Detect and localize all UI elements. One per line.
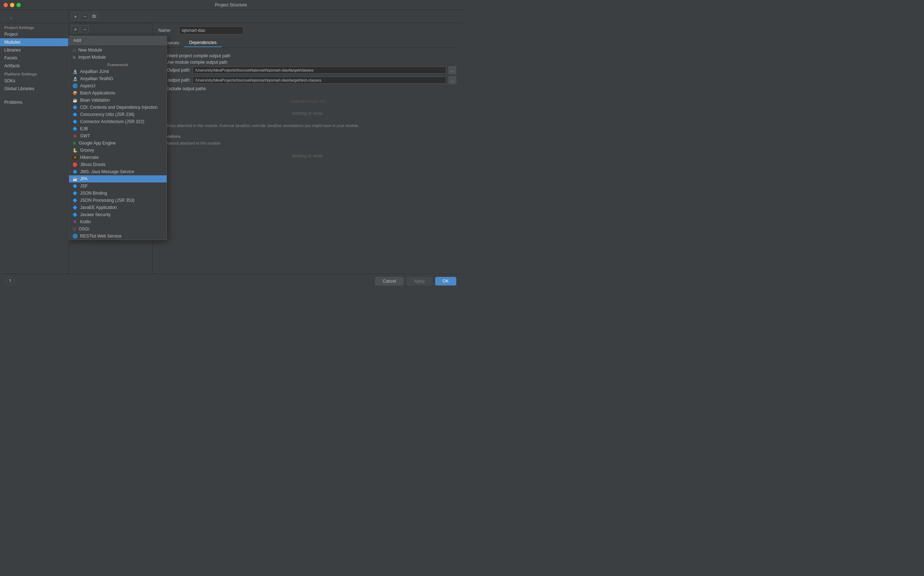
json-processing-icon: 🔷 bbox=[73, 198, 78, 203]
dropdown-item-jms[interactable]: 🔷 JMS: Java Message Service bbox=[69, 168, 167, 175]
sidebar-nav: ‹ › bbox=[0, 13, 68, 23]
hibernate-icon: H bbox=[73, 156, 78, 160]
remove-button[interactable]: − bbox=[81, 13, 89, 21]
sidebar-item-sdks[interactable]: SDKs bbox=[0, 77, 68, 85]
dropdown-item-connector[interactable]: 🔷 Connector Architecture (JSR 322) bbox=[69, 118, 167, 125]
new-module-icon: ◻ bbox=[73, 48, 76, 53]
dropdown-item-jboss-drools[interactable]: 🔴 JBoss Drools bbox=[69, 161, 167, 168]
javaee-icon: 🔷 bbox=[73, 205, 78, 210]
close-button[interactable] bbox=[3, 3, 8, 7]
sidebar-item-global-libraries[interactable]: Global Libraries bbox=[0, 85, 68, 93]
nothing-show-1: Nothing to show bbox=[158, 111, 456, 116]
dropdown-item-javaee[interactable]: 🔷 JavaEE Application bbox=[69, 204, 167, 211]
ejb-icon: 🔷 bbox=[73, 126, 78, 131]
jsf-icon: 🔷 bbox=[73, 184, 78, 189]
sidebar-item-facets[interactable]: Facets bbox=[0, 54, 68, 62]
dropdown-item-hibernate[interactable]: H Hibernate bbox=[69, 154, 167, 161]
maximize-button[interactable] bbox=[16, 3, 21, 7]
dropdown-import-module[interactable]: ⊞ Import Module bbox=[69, 54, 167, 61]
sidebar-item-modules[interactable]: Modules bbox=[0, 38, 68, 46]
window-title: Project Structure bbox=[215, 3, 247, 8]
ok-button[interactable]: OK bbox=[435, 277, 456, 285]
dropdown-item-jsf[interactable]: 🔷 JSF bbox=[69, 182, 167, 190]
dropdown-item-javaee-security[interactable]: 🔷 Javaee Security bbox=[69, 211, 167, 218]
tab-dependencies[interactable]: Dependencies bbox=[184, 38, 222, 47]
dropdown-item-aspectj[interactable]: AspectJ bbox=[69, 82, 167, 90]
dropdown-item-arquillian-junit[interactable]: 🔬 Arquillian JUnit bbox=[69, 68, 167, 75]
split-pane: + − Name: Sources Dependencies bbox=[69, 23, 462, 274]
jboss-drools-icon: 🔴 bbox=[73, 162, 78, 167]
dropdown-item-batch[interactable]: 📦 Batch Applications bbox=[69, 90, 167, 97]
sidebar-item-problems[interactable]: Problems bbox=[0, 98, 68, 106]
minimize-button[interactable] bbox=[10, 3, 14, 7]
exclude-checkbox-row: Exclude output paths bbox=[158, 86, 456, 91]
dropdown-framework-label: Framework bbox=[69, 62, 167, 68]
copy-button[interactable]: ⧉ bbox=[90, 13, 98, 21]
sidebar-item-libraries[interactable]: Libraries bbox=[0, 46, 68, 54]
help-button[interactable]: ? bbox=[6, 277, 14, 285]
javaee-security-icon: 🔷 bbox=[73, 213, 78, 217]
right-pane: Name: Sources Dependencies Inherit proje… bbox=[153, 23, 462, 274]
annotations-label: annotations bbox=[158, 134, 456, 138]
dropdown-item-bean-validation[interactable]: ☕ Bean Validation bbox=[69, 97, 167, 104]
dropdown-header: Add bbox=[69, 36, 167, 45]
output-path-row: Output path: … bbox=[158, 66, 456, 74]
connector-icon: 🔷 bbox=[73, 120, 78, 124]
dropdown-item-google-app-engine[interactable]: ⚙ Google App Engine bbox=[69, 139, 167, 147]
kotlin-icon: K bbox=[73, 220, 78, 224]
javadoc-section: JavaDocs attached to this module. Extern… bbox=[158, 123, 456, 128]
dropdown-new-module[interactable]: ◻ New Module bbox=[69, 46, 167, 54]
output-path-browse[interactable]: … bbox=[448, 66, 456, 74]
bean-validation-icon: ☕ bbox=[73, 98, 78, 103]
dropdown-framework-list: 🔬 Arquillian JUnit 🔬 Arquillian TestNG A… bbox=[69, 68, 167, 240]
test-output-path-browse[interactable]: … bbox=[448, 76, 456, 84]
dropdown-item-kotlin[interactable]: K Kotlin bbox=[69, 218, 167, 226]
dropdown-item-gwt[interactable]: G GWT bbox=[69, 132, 167, 139]
dropdown-item-json-processing[interactable]: 🔷 JSON Processing (JSR 353) bbox=[69, 197, 167, 204]
import-module-icon: ⊞ bbox=[73, 55, 76, 60]
groovy-icon: 🐍 bbox=[73, 148, 78, 153]
dropdown-item-restful[interactable]: RESTful Web Service bbox=[69, 232, 167, 240]
sidebar: ‹ › Project Settings Project Modules Lib… bbox=[0, 10, 69, 274]
dropdown-item-groovy[interactable]: 🐍 Groovy bbox=[69, 147, 167, 154]
cdi-icon: 🔷 bbox=[73, 105, 78, 110]
javadoc-text: JavaDocs attached to this module. Extern… bbox=[158, 123, 456, 128]
apply-button[interactable]: Apply bbox=[407, 277, 432, 285]
radio-module: Use module compile output path bbox=[158, 60, 456, 65]
bottom-bar: ? Cancel Apply OK bbox=[0, 274, 462, 288]
dropdown-module-section: ◻ New Module ⊞ Import Module bbox=[69, 45, 167, 62]
watermark: www.toocruel.net bbox=[158, 98, 456, 104]
forward-button[interactable]: › bbox=[9, 14, 14, 21]
left-pane-add-button[interactable]: + bbox=[72, 26, 80, 33]
dropdown-item-arquillian-testng[interactable]: 🔬 Arquillian TestNG bbox=[69, 75, 167, 82]
window: Project Structure ‹ › Project Settings P… bbox=[0, 0, 462, 288]
sidebar-item-project[interactable]: Project bbox=[0, 30, 68, 38]
jpa-icon: ☕ bbox=[73, 177, 78, 181]
dropdown-item-json-binding[interactable]: 🔷 JSON Binding bbox=[69, 190, 167, 197]
left-pane-remove-button[interactable]: − bbox=[81, 26, 89, 33]
test-output-path-input[interactable] bbox=[193, 77, 446, 84]
content-area: + − ⧉ + − bbox=[69, 10, 462, 274]
dropdown-item-cdi[interactable]: 🔷 CDI: Contexts and Dependency Injection bbox=[69, 104, 167, 111]
sidebar-item-artifacts[interactable]: Artifacts bbox=[0, 62, 68, 70]
batch-icon: 📦 bbox=[73, 91, 78, 96]
cancel-button[interactable]: Cancel bbox=[375, 277, 403, 285]
back-button[interactable]: ‹ bbox=[3, 14, 8, 21]
name-input[interactable] bbox=[179, 26, 244, 34]
nothing-show-2: Nothing to show bbox=[158, 154, 456, 158]
dropdown-item-concurrency[interactable]: 🔷 Concurrency Utils (JSR 236) bbox=[69, 111, 167, 118]
name-row: Name: bbox=[158, 26, 456, 34]
dropdown-item-jpa[interactable]: ☕ JPA bbox=[69, 175, 167, 182]
output-path-input[interactable] bbox=[193, 67, 446, 74]
aspectj-icon bbox=[73, 83, 78, 88]
add-button[interactable]: + bbox=[72, 13, 80, 21]
concurrency-icon: 🔷 bbox=[73, 112, 78, 117]
dropdown-item-ejb[interactable]: 🔷 EJB bbox=[69, 125, 167, 132]
gwt-icon: G bbox=[73, 134, 78, 138]
dropdown-item-osgi[interactable]: ⬡ OSGi bbox=[69, 226, 167, 232]
tab-bar: Sources Dependencies bbox=[158, 38, 456, 48]
arquillian-testng-icon: 🔬 bbox=[73, 77, 78, 81]
radio-inherit: Inherit project compile output path bbox=[158, 53, 456, 58]
osgi-icon: ⬡ bbox=[73, 227, 76, 232]
window-controls bbox=[3, 3, 21, 7]
